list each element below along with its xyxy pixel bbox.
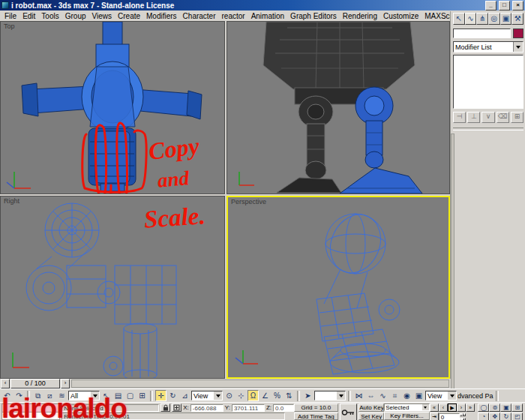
- time-configuration-button[interactable]: ◔: [478, 412, 489, 420]
- track-bar[interactable]: [71, 380, 449, 388]
- render-scene-button[interactable]: ▣: [413, 390, 424, 401]
- viewport-right-label[interactable]: Right: [4, 197, 20, 205]
- minimize-button[interactable]: _: [485, 1, 496, 10]
- percent-snap-button[interactable]: %: [272, 390, 283, 401]
- dropdown-arrow-icon[interactable]: [422, 404, 429, 410]
- restore-button[interactable]: □: [499, 1, 510, 10]
- time-slider-prev-arrow[interactable]: ‹: [1, 379, 10, 388]
- viewport-perspective-label[interactable]: Perspective: [231, 198, 266, 206]
- menu-item[interactable]: Modifiers: [143, 12, 180, 20]
- tab-create[interactable]: ↖: [453, 13, 465, 25]
- current-frame-input[interactable]: 0: [439, 413, 460, 420]
- pin-stack-button[interactable]: ⊣: [453, 112, 466, 123]
- frame-spinner[interactable]: [460, 413, 466, 420]
- pan-button[interactable]: ✥: [489, 412, 500, 420]
- material-editor-button[interactable]: ◉: [401, 390, 412, 401]
- front-viewport-canvas[interactable]: [227, 22, 449, 194]
- macro-recorder-field[interactable]: [2, 404, 60, 412]
- make-unique-button[interactable]: ∨: [482, 112, 494, 123]
- dropdown-arrow-icon[interactable]: [214, 392, 222, 400]
- unlink-selection-button[interactable]: ⧄: [44, 390, 56, 401]
- tab-modify[interactable]: ∿: [465, 13, 477, 25]
- menu-item[interactable]: Graph Editors: [287, 12, 340, 20]
- spinner-down-icon[interactable]: [460, 418, 466, 420]
- menu-item[interactable]: Animation: [248, 12, 287, 20]
- select-and-manipulate-button[interactable]: ⊹: [236, 390, 247, 401]
- close-button[interactable]: ×: [512, 1, 524, 10]
- dropdown-arrow-icon[interactable]: [337, 392, 345, 400]
- dropdown-arrow-icon[interactable]: [513, 42, 523, 52]
- menu-item[interactable]: Tools: [38, 12, 62, 20]
- menu-item[interactable]: Character: [180, 12, 219, 20]
- align-button[interactable]: ⇔: [365, 390, 376, 401]
- zoom-extents-all-button[interactable]: ⊞: [512, 404, 523, 412]
- viewport-top[interactable]: Top: [0, 21, 225, 194]
- named-selection-sets-dropdown[interactable]: [314, 391, 346, 400]
- viewport-front[interactable]: [226, 21, 450, 194]
- menu-item[interactable]: Rendering: [340, 12, 380, 20]
- window-crossing-toggle-button[interactable]: ⊞: [136, 390, 148, 401]
- remove-modifier-button[interactable]: ⌫: [496, 112, 509, 123]
- undo-button[interactable]: ↶: [2, 390, 13, 401]
- tab-motion[interactable]: ◎: [488, 13, 500, 25]
- selection-filter-dropdown[interactable]: All: [68, 391, 100, 400]
- tab-display[interactable]: ▣: [500, 13, 512, 25]
- listener-field[interactable]: »: [2, 412, 60, 420]
- reference-coordinate-system-dropdown[interactable]: View: [191, 391, 223, 400]
- zoom-button[interactable]: ◯: [478, 404, 489, 412]
- menu-item[interactable]: Create: [115, 12, 143, 20]
- modifier-stack-list[interactable]: [453, 55, 524, 109]
- x-coordinate-input[interactable]: -666.088: [190, 404, 224, 412]
- select-and-scale-button[interactable]: ⊿: [179, 390, 190, 401]
- go-to-start-button[interactable]: «: [430, 404, 439, 412]
- viewport-right[interactable]: Right: [0, 196, 225, 379]
- menu-item[interactable]: File: [2, 12, 20, 20]
- key-mode-dropdown[interactable]: Selected: [384, 404, 430, 411]
- dropdown-arrow-icon[interactable]: [91, 392, 99, 400]
- spinner-up-icon[interactable]: [460, 413, 466, 416]
- perspective-viewport-canvas[interactable]: [228, 197, 448, 377]
- maxscript-mini-listener[interactable]: »: [2, 404, 60, 420]
- select-and-move-button[interactable]: ✛: [155, 390, 166, 401]
- select-object-button[interactable]: ↖: [100, 390, 112, 401]
- redo-button[interactable]: ↷: [14, 390, 25, 401]
- menu-item[interactable]: reactor: [219, 12, 248, 20]
- min-max-toggle-button[interactable]: ◰: [512, 412, 523, 420]
- rectangular-selection-region-button[interactable]: ▢: [124, 390, 136, 401]
- tab-utilities[interactable]: ⚒: [512, 13, 524, 25]
- menu-item[interactable]: Edit: [20, 12, 38, 20]
- select-and-rotate-button[interactable]: ↻: [167, 390, 178, 401]
- configure-modifier-sets-button[interactable]: ⊞: [511, 112, 524, 123]
- previous-frame-button[interactable]: ‹: [439, 404, 448, 412]
- key-filters-button[interactable]: Key Filters...: [384, 412, 430, 420]
- tab-hierarchy[interactable]: ⋔: [476, 13, 488, 25]
- snaps-toggle-button[interactable]: Ω: [248, 390, 259, 401]
- angle-snap-button[interactable]: ∠: [260, 390, 271, 401]
- menu-item[interactable]: Customize: [380, 12, 422, 20]
- panel-scrollbar[interactable]: [451, 134, 454, 404]
- time-slider-handle[interactable]: 0 / 100: [10, 379, 60, 388]
- right-viewport-canvas[interactable]: [1, 196, 224, 378]
- selection-lock-toggle[interactable]: [160, 404, 170, 412]
- absolute-offset-toggle[interactable]: [172, 404, 182, 412]
- select-and-link-button[interactable]: ⧉: [32, 390, 44, 401]
- time-slider-next-arrow[interactable]: ›: [61, 379, 70, 388]
- dropdown-arrow-icon[interactable]: [448, 392, 456, 400]
- viewport-perspective[interactable]: Perspective: [226, 196, 450, 379]
- spinner-snap-button[interactable]: ⇅: [284, 390, 295, 401]
- object-name-input[interactable]: [453, 28, 511, 38]
- show-end-result-button[interactable]: ⊥: [467, 112, 480, 123]
- object-color-swatch[interactable]: [513, 28, 524, 38]
- menu-item[interactable]: Group: [62, 12, 89, 20]
- next-frame-button[interactable]: ›: [457, 404, 466, 412]
- viewport-top-label[interactable]: Top: [4, 22, 15, 30]
- z-coordinate-input[interactable]: 0.0: [273, 404, 294, 412]
- mirror-button[interactable]: ⋈: [353, 390, 364, 401]
- play-button[interactable]: ▶: [448, 404, 457, 412]
- menu-item[interactable]: Views: [89, 12, 116, 20]
- curve-editor-button[interactable]: ∿: [377, 390, 388, 401]
- bind-to-space-warp-button[interactable]: ≋: [56, 390, 68, 401]
- set-key-button[interactable]: Set Key: [358, 412, 384, 420]
- arc-rotate-button[interactable]: ↻: [500, 412, 512, 420]
- key-mode-toggle-button[interactable]: ⇥: [430, 412, 439, 420]
